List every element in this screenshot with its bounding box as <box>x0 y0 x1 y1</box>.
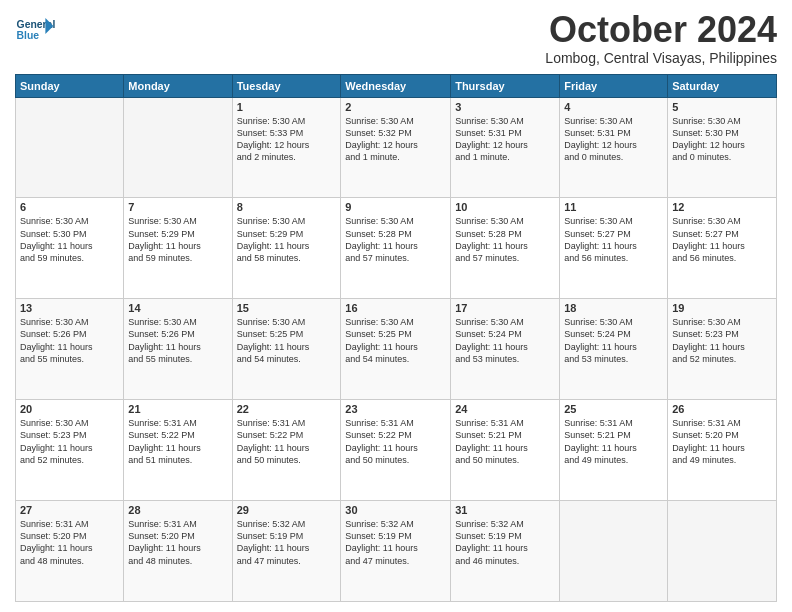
calendar-cell: 4Sunrise: 5:30 AMSunset: 5:31 PMDaylight… <box>560 97 668 198</box>
calendar-cell: 2Sunrise: 5:30 AMSunset: 5:32 PMDaylight… <box>341 97 451 198</box>
calendar-cell: 31Sunrise: 5:32 AMSunset: 5:19 PMDayligh… <box>451 501 560 602</box>
calendar-cell: 8Sunrise: 5:30 AMSunset: 5:29 PMDaylight… <box>232 198 341 299</box>
day-number: 21 <box>128 403 227 415</box>
calendar-cell: 6Sunrise: 5:30 AMSunset: 5:30 PMDaylight… <box>16 198 124 299</box>
day-info: Sunrise: 5:31 AMSunset: 5:21 PMDaylight:… <box>455 417 555 466</box>
day-info: Sunrise: 5:30 AMSunset: 5:25 PMDaylight:… <box>345 316 446 365</box>
day-info: Sunrise: 5:31 AMSunset: 5:21 PMDaylight:… <box>564 417 663 466</box>
title-section: October 2024 Lombog, Central Visayas, Ph… <box>545 10 777 66</box>
day-info: Sunrise: 5:30 AMSunset: 5:25 PMDaylight:… <box>237 316 337 365</box>
weekday-header-wednesday: Wednesday <box>341 74 451 97</box>
calendar-cell: 14Sunrise: 5:30 AMSunset: 5:26 PMDayligh… <box>124 299 232 400</box>
calendar-cell: 12Sunrise: 5:30 AMSunset: 5:27 PMDayligh… <box>668 198 777 299</box>
day-number: 18 <box>564 302 663 314</box>
week-row-2: 6Sunrise: 5:30 AMSunset: 5:30 PMDaylight… <box>16 198 777 299</box>
calendar-cell: 7Sunrise: 5:30 AMSunset: 5:29 PMDaylight… <box>124 198 232 299</box>
day-info: Sunrise: 5:30 AMSunset: 5:33 PMDaylight:… <box>237 115 337 164</box>
calendar-cell: 24Sunrise: 5:31 AMSunset: 5:21 PMDayligh… <box>451 400 560 501</box>
weekday-header-thursday: Thursday <box>451 74 560 97</box>
day-info: Sunrise: 5:30 AMSunset: 5:28 PMDaylight:… <box>455 215 555 264</box>
day-number: 29 <box>237 504 337 516</box>
day-number: 1 <box>237 101 337 113</box>
day-number: 25 <box>564 403 663 415</box>
day-number: 5 <box>672 101 772 113</box>
svg-text:Blue: Blue <box>17 30 40 41</box>
location-title: Lombog, Central Visayas, Philippines <box>545 50 777 66</box>
day-number: 26 <box>672 403 772 415</box>
day-number: 12 <box>672 201 772 213</box>
day-info: Sunrise: 5:30 AMSunset: 5:24 PMDaylight:… <box>564 316 663 365</box>
week-row-5: 27Sunrise: 5:31 AMSunset: 5:20 PMDayligh… <box>16 501 777 602</box>
logo: General Blue <box>15 10 59 50</box>
day-info: Sunrise: 5:30 AMSunset: 5:31 PMDaylight:… <box>564 115 663 164</box>
day-info: Sunrise: 5:31 AMSunset: 5:22 PMDaylight:… <box>345 417 446 466</box>
page: General Blue October 2024 Lombog, Centra… <box>0 0 792 612</box>
weekday-header-monday: Monday <box>124 74 232 97</box>
calendar-cell: 30Sunrise: 5:32 AMSunset: 5:19 PMDayligh… <box>341 501 451 602</box>
day-info: Sunrise: 5:30 AMSunset: 5:28 PMDaylight:… <box>345 215 446 264</box>
calendar-cell: 18Sunrise: 5:30 AMSunset: 5:24 PMDayligh… <box>560 299 668 400</box>
weekday-header-sunday: Sunday <box>16 74 124 97</box>
day-number: 6 <box>20 201 119 213</box>
calendar-cell: 29Sunrise: 5:32 AMSunset: 5:19 PMDayligh… <box>232 501 341 602</box>
day-number: 11 <box>564 201 663 213</box>
day-info: Sunrise: 5:30 AMSunset: 5:27 PMDaylight:… <box>564 215 663 264</box>
day-info: Sunrise: 5:31 AMSunset: 5:20 PMDaylight:… <box>128 518 227 567</box>
day-info: Sunrise: 5:32 AMSunset: 5:19 PMDaylight:… <box>237 518 337 567</box>
calendar-cell: 19Sunrise: 5:30 AMSunset: 5:23 PMDayligh… <box>668 299 777 400</box>
day-number: 8 <box>237 201 337 213</box>
calendar-cell: 26Sunrise: 5:31 AMSunset: 5:20 PMDayligh… <box>668 400 777 501</box>
calendar-cell: 11Sunrise: 5:30 AMSunset: 5:27 PMDayligh… <box>560 198 668 299</box>
day-number: 3 <box>455 101 555 113</box>
calendar-cell: 20Sunrise: 5:30 AMSunset: 5:23 PMDayligh… <box>16 400 124 501</box>
day-info: Sunrise: 5:30 AMSunset: 5:26 PMDaylight:… <box>128 316 227 365</box>
calendar-cell: 17Sunrise: 5:30 AMSunset: 5:24 PMDayligh… <box>451 299 560 400</box>
day-info: Sunrise: 5:30 AMSunset: 5:23 PMDaylight:… <box>672 316 772 365</box>
calendar-cell: 9Sunrise: 5:30 AMSunset: 5:28 PMDaylight… <box>341 198 451 299</box>
week-row-4: 20Sunrise: 5:30 AMSunset: 5:23 PMDayligh… <box>16 400 777 501</box>
week-row-3: 13Sunrise: 5:30 AMSunset: 5:26 PMDayligh… <box>16 299 777 400</box>
calendar-cell: 13Sunrise: 5:30 AMSunset: 5:26 PMDayligh… <box>16 299 124 400</box>
day-info: Sunrise: 5:31 AMSunset: 5:20 PMDaylight:… <box>672 417 772 466</box>
calendar-cell: 27Sunrise: 5:31 AMSunset: 5:20 PMDayligh… <box>16 501 124 602</box>
day-info: Sunrise: 5:30 AMSunset: 5:29 PMDaylight:… <box>128 215 227 264</box>
day-number: 19 <box>672 302 772 314</box>
day-number: 15 <box>237 302 337 314</box>
calendar-cell: 22Sunrise: 5:31 AMSunset: 5:22 PMDayligh… <box>232 400 341 501</box>
weekday-header-tuesday: Tuesday <box>232 74 341 97</box>
day-info: Sunrise: 5:30 AMSunset: 5:24 PMDaylight:… <box>455 316 555 365</box>
day-info: Sunrise: 5:30 AMSunset: 5:29 PMDaylight:… <box>237 215 337 264</box>
calendar-cell <box>124 97 232 198</box>
calendar-cell: 15Sunrise: 5:30 AMSunset: 5:25 PMDayligh… <box>232 299 341 400</box>
day-number: 27 <box>20 504 119 516</box>
day-info: Sunrise: 5:30 AMSunset: 5:30 PMDaylight:… <box>672 115 772 164</box>
day-info: Sunrise: 5:32 AMSunset: 5:19 PMDaylight:… <box>345 518 446 567</box>
day-info: Sunrise: 5:31 AMSunset: 5:20 PMDaylight:… <box>20 518 119 567</box>
month-title: October 2024 <box>545 10 777 50</box>
day-info: Sunrise: 5:30 AMSunset: 5:30 PMDaylight:… <box>20 215 119 264</box>
day-number: 9 <box>345 201 446 213</box>
calendar-cell: 16Sunrise: 5:30 AMSunset: 5:25 PMDayligh… <box>341 299 451 400</box>
day-number: 4 <box>564 101 663 113</box>
day-info: Sunrise: 5:31 AMSunset: 5:22 PMDaylight:… <box>237 417 337 466</box>
calendar-cell: 23Sunrise: 5:31 AMSunset: 5:22 PMDayligh… <box>341 400 451 501</box>
day-info: Sunrise: 5:30 AMSunset: 5:23 PMDaylight:… <box>20 417 119 466</box>
day-info: Sunrise: 5:32 AMSunset: 5:19 PMDaylight:… <box>455 518 555 567</box>
day-number: 23 <box>345 403 446 415</box>
day-info: Sunrise: 5:31 AMSunset: 5:22 PMDaylight:… <box>128 417 227 466</box>
calendar-cell: 25Sunrise: 5:31 AMSunset: 5:21 PMDayligh… <box>560 400 668 501</box>
day-number: 13 <box>20 302 119 314</box>
weekday-header-saturday: Saturday <box>668 74 777 97</box>
day-number: 16 <box>345 302 446 314</box>
day-info: Sunrise: 5:30 AMSunset: 5:32 PMDaylight:… <box>345 115 446 164</box>
day-number: 2 <box>345 101 446 113</box>
week-row-1: 1Sunrise: 5:30 AMSunset: 5:33 PMDaylight… <box>16 97 777 198</box>
calendar-cell: 3Sunrise: 5:30 AMSunset: 5:31 PMDaylight… <box>451 97 560 198</box>
weekday-header-row: SundayMondayTuesdayWednesdayThursdayFrid… <box>16 74 777 97</box>
day-number: 24 <box>455 403 555 415</box>
day-info: Sunrise: 5:30 AMSunset: 5:27 PMDaylight:… <box>672 215 772 264</box>
calendar-cell: 1Sunrise: 5:30 AMSunset: 5:33 PMDaylight… <box>232 97 341 198</box>
header: General Blue October 2024 Lombog, Centra… <box>15 10 777 66</box>
day-info: Sunrise: 5:30 AMSunset: 5:26 PMDaylight:… <box>20 316 119 365</box>
calendar-table: SundayMondayTuesdayWednesdayThursdayFrid… <box>15 74 777 602</box>
